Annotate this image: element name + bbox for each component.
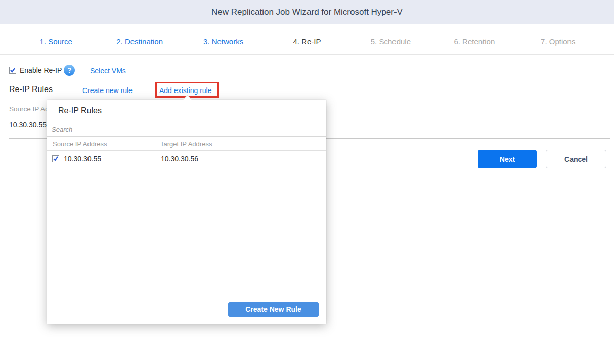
check-icon (10, 67, 16, 73)
popup-footer: Create New Rule (47, 295, 326, 324)
popup-table-header: Source IP Address Target IP Address (47, 137, 326, 151)
reip-rules-label: Re-IP Rules (9, 85, 53, 94)
search-input[interactable] (47, 123, 326, 136)
select-vms-link[interactable]: Select VMs (90, 67, 126, 75)
popup-column-source-ip: Source IP Address (47, 140, 160, 148)
popup-rule-row[interactable]: 10.30.30.55 10.30.30.56 (47, 151, 326, 167)
cancel-button[interactable]: Cancel (546, 150, 606, 168)
window-title-bar: New Replication Job Wizard for Microsoft… (0, 0, 614, 24)
help-icon[interactable]: ? (64, 65, 75, 76)
create-new-rule-link[interactable]: Create new rule (82, 86, 133, 95)
popup-column-target-ip: Target IP Address (160, 140, 212, 148)
step-6-retention: 6. Retention (432, 30, 516, 54)
popup-search-row (47, 122, 326, 137)
create-new-rule-button[interactable]: Create New Rule (228, 302, 319, 317)
check-icon (53, 156, 59, 162)
enable-reip-checkbox[interactable] (9, 67, 16, 74)
next-button[interactable]: Next (478, 150, 537, 168)
add-existing-rule-link[interactable]: Add existing rule (159, 86, 212, 95)
rule-source-ip: 10.30.30.55 (64, 155, 101, 163)
enable-reip-label: Enable Re-IP (20, 66, 62, 74)
step-5-schedule: 5. Schedule (349, 30, 432, 54)
popup-empty-area (47, 167, 326, 295)
enable-reip-row: Enable Re-IP ? (9, 65, 75, 76)
wizard-window: New Replication Job Wizard for Microsoft… (0, 0, 614, 364)
rule-target-ip: 10.30.30.56 (161, 155, 198, 163)
page-title: New Replication Job Wizard for Microsoft… (211, 7, 403, 17)
step-4-reip: 4. Re-IP (265, 30, 348, 54)
step-2-destination[interactable]: 2. Destination (98, 30, 181, 54)
wizard-step-nav: 1. Source 2. Destination 3. Networks 4. … (0, 30, 614, 55)
step-1-source[interactable]: 1. Source (14, 30, 98, 54)
step-7-options: 7. Options (516, 30, 600, 54)
reip-rules-popup: Re-IP Rules Source IP Address Target IP … (47, 100, 326, 324)
step-3-networks[interactable]: 3. Networks (182, 30, 265, 54)
rule-row-checkbox[interactable] (52, 155, 59, 162)
